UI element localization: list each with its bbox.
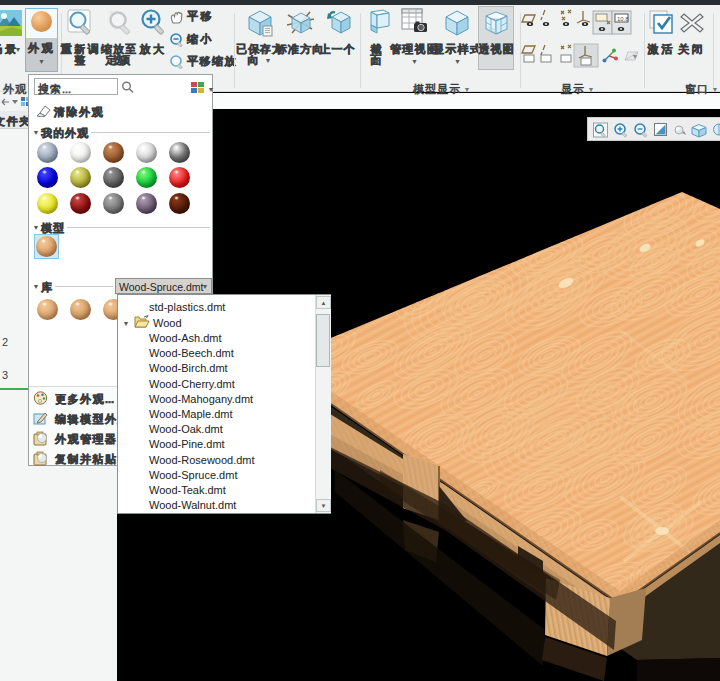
svg-text:10.8: 10.8 [617,16,629,22]
